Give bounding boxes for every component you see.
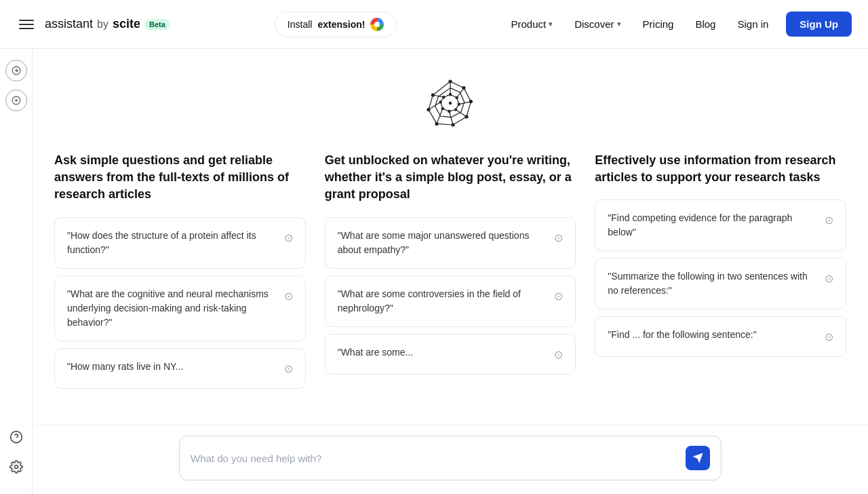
arrow-icon: ⊙: [825, 271, 833, 287]
card-text: "How many rats live in NY...: [67, 360, 279, 374]
chat-input[interactable]: [191, 453, 686, 464]
svg-point-33: [439, 101, 441, 103]
arrow-icon: ⊙: [284, 361, 293, 377]
install-text: Install: [288, 19, 313, 30]
brand: assistant by scite Beta: [45, 17, 170, 31]
sign-in-link[interactable]: Sign in: [728, 13, 778, 35]
blog-label: Blog: [695, 18, 715, 30]
svg-point-28: [456, 96, 458, 98]
sidebar: [0, 49, 33, 477]
product-chevron-icon: ▾: [549, 20, 553, 28]
scite-logo: [423, 76, 477, 130]
chat-input-container: [179, 436, 722, 477]
svg-point-35: [449, 102, 451, 104]
svg-point-32: [441, 107, 443, 109]
svg-point-21: [469, 100, 472, 103]
brand-assistant-text: assistant: [45, 17, 93, 31]
chat-bar: [33, 424, 868, 477]
svg-point-26: [431, 94, 434, 96]
svg-point-25: [427, 109, 430, 111]
feature-columns: Ask simple questions and get reliable an…: [54, 152, 846, 396]
column-3-header: Effectively use information from researc…: [595, 152, 846, 186]
list-item[interactable]: "What are some... ⊙: [325, 334, 576, 375]
arrow-icon: ⊙: [284, 230, 293, 246]
sidebar-navigate-icon[interactable]: [5, 60, 27, 81]
svg-line-13: [459, 102, 471, 104]
pricing-label: Pricing: [643, 18, 674, 30]
column-2: Get unblocked on whatever you're writing…: [325, 152, 576, 396]
sign-up-button[interactable]: Sign Up: [786, 12, 852, 37]
svg-point-19: [449, 80, 452, 83]
svg-point-24: [435, 122, 438, 125]
send-button[interactable]: [686, 446, 710, 470]
sidebar-bottom: [0, 426, 33, 477]
list-item[interactable]: "How many rats live in NY... ⊙: [54, 348, 306, 389]
svg-point-7: [15, 466, 18, 469]
blog-nav-link[interactable]: Blog: [686, 13, 725, 35]
settings-icon[interactable]: [5, 456, 27, 477]
arrow-icon: ⊙: [825, 329, 833, 345]
column-1: Ask simple questions and get reliable an…: [54, 152, 306, 396]
beta-badge: Beta: [144, 19, 170, 30]
card-text: "What are some...: [338, 345, 549, 360]
discover-chevron-icon: ▾: [617, 20, 621, 28]
svg-point-27: [449, 94, 451, 96]
column-3: Effectively use information from researc…: [595, 152, 846, 396]
send-icon: [692, 452, 704, 464]
card-text: "What are the cognitive and neural mecha…: [67, 287, 279, 330]
discover-nav-link[interactable]: Discover ▾: [565, 13, 630, 35]
list-item[interactable]: "Find competing evidence for the paragra…: [595, 200, 846, 251]
navbar-left: assistant by scite Beta: [16, 17, 170, 32]
hamburger-menu[interactable]: [16, 17, 37, 32]
list-item[interactable]: "What are some major unanswered question…: [325, 217, 576, 269]
arrow-icon: ⊙: [554, 288, 563, 305]
svg-point-31: [448, 110, 450, 112]
chrome-icon: [370, 18, 384, 31]
brand-by-text: by: [97, 18, 108, 31]
install-ext-text: extension!: [317, 19, 365, 30]
navbar-center: Install extension!: [170, 12, 502, 37]
product-label: Product: [511, 18, 547, 30]
sidebar-add-icon[interactable]: [5, 90, 27, 111]
card-text: "What are some major unanswered question…: [338, 229, 549, 257]
list-item[interactable]: "Find ... for the following sentence:" ⊙: [595, 316, 846, 357]
card-text: "Find competing evidence for the paragra…: [608, 211, 819, 240]
arrow-icon: ⊙: [554, 347, 563, 363]
product-nav-link[interactable]: Product ▾: [502, 13, 563, 35]
navbar: assistant by scite Beta Install extensio…: [0, 0, 868, 49]
svg-point-30: [454, 109, 456, 111]
column-1-header: Ask simple questions and get reliable an…: [54, 152, 306, 204]
card-text: "Summarize the following in two sentence…: [608, 269, 819, 298]
sign-in-label: Sign in: [737, 18, 768, 30]
install-extension-button[interactable]: Install extension!: [275, 12, 397, 37]
svg-point-23: [452, 124, 454, 126]
column-2-header: Get unblocked on whatever you're writing…: [325, 152, 576, 204]
arrow-icon: ⊙: [825, 212, 833, 229]
brand-scite-text: scite: [113, 17, 140, 31]
list-item[interactable]: "What are the cognitive and neural mecha…: [54, 276, 306, 341]
pricing-nav-link[interactable]: Pricing: [633, 13, 684, 35]
svg-point-20: [462, 87, 465, 90]
discover-label: Discover: [574, 18, 614, 30]
list-item[interactable]: "What are some controversies in the fiel…: [325, 276, 576, 327]
arrow-icon: ⊙: [284, 288, 293, 305]
svg-point-29: [458, 103, 460, 105]
list-item[interactable]: "How does the structure of a protein aff…: [54, 217, 306, 269]
svg-point-34: [443, 96, 445, 98]
logo-area: [54, 76, 846, 130]
main-content: Ask simple questions and get reliable an…: [33, 49, 868, 477]
arrow-icon: ⊙: [554, 230, 563, 246]
card-text: "Find ... for the following sentence:": [608, 328, 819, 342]
card-text: "What are some controversies in the fiel…: [338, 287, 549, 316]
svg-line-15: [449, 111, 453, 125]
list-item[interactable]: "Summarize the following in two sentence…: [595, 258, 846, 309]
svg-line-12: [457, 88, 464, 98]
svg-point-22: [465, 115, 468, 118]
help-icon[interactable]: [5, 426, 27, 448]
navbar-right: Product ▾ Discover ▾ Pricing Blog Sign i…: [502, 12, 852, 37]
card-text: "How does the structure of a protein aff…: [67, 229, 279, 257]
